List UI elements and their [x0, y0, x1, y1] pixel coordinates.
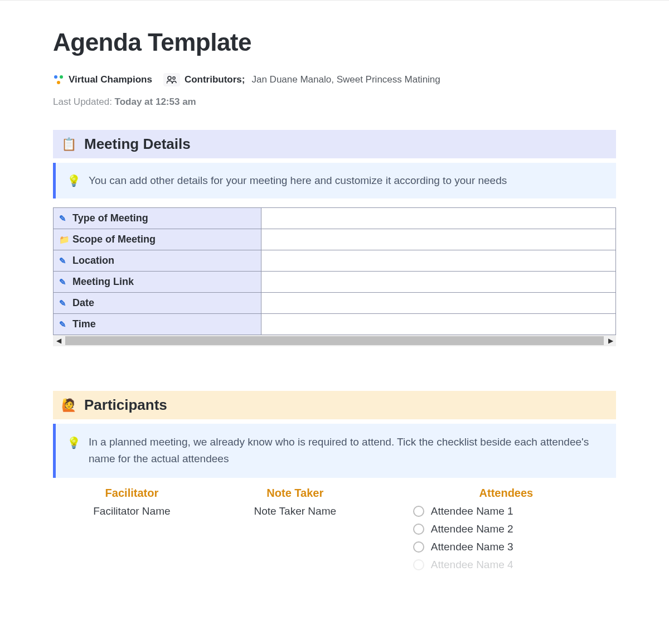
attendee-item: Attendee Name 2: [413, 523, 513, 535]
meeting-tip-text: You can add other details for your meeti…: [89, 172, 507, 189]
participants-header: 🙋 Participants: [53, 391, 616, 419]
attendee-checkbox[interactable]: [413, 559, 424, 570]
bulb-icon: 💡: [67, 434, 81, 452]
attendee-checkbox[interactable]: [413, 524, 424, 535]
facilitator-heading: Facilitator: [105, 487, 159, 500]
last-updated: Last Updated: Today at 12:53 am: [53, 96, 616, 108]
attendees-heading: Attendees: [479, 487, 534, 500]
participants-tip-callout: 💡 In a planned meeting, we already know …: [53, 424, 616, 478]
meta-row: Virtual Champions Contributors; Jan Duan…: [53, 73, 616, 86]
folder-icon: 📁: [59, 235, 69, 245]
organization-chip[interactable]: Virtual Champions: [53, 74, 152, 85]
pencil-icon: ✎: [59, 319, 69, 330]
svg-point-1: [173, 77, 175, 79]
table-label-cell: 📁Scope of Meeting: [54, 229, 261, 250]
table-label-cell: ✎Type of Meeting: [54, 208, 261, 229]
table-value-cell[interactable]: [261, 314, 616, 335]
table-row: ✎Meeting Link: [54, 272, 616, 293]
meeting-details-table: ✎Type of Meeting📁Scope of Meeting✎Locati…: [53, 207, 616, 335]
contributors-chip[interactable]: Contributors; Jan Duane Manalo, Sweet Pr…: [163, 73, 440, 86]
row-label: Type of Meeting: [72, 212, 148, 224]
participants-title: Participants: [84, 396, 167, 414]
last-updated-label: Last Updated:: [53, 96, 112, 107]
row-label: Time: [72, 318, 96, 330]
table-value-cell[interactable]: [261, 293, 616, 314]
attendee-name[interactable]: Attendee Name 3: [431, 541, 513, 553]
contributors-value: Jan Duane Manalo, Sweet Princess Matinin…: [251, 74, 440, 85]
organization-name: Virtual Champions: [69, 74, 152, 85]
clipboard-icon: 📋: [61, 137, 76, 152]
roles-row: Facilitator Facilitator Name Note Taker …: [53, 487, 616, 577]
participants-section: 🙋 Participants 💡 In a planned meeting, w…: [53, 391, 616, 577]
pencil-icon: ✎: [59, 298, 69, 308]
table-row: ✎Location: [54, 250, 616, 272]
attendee-name[interactable]: Attendee Name 4: [431, 559, 513, 571]
page-container: Agenda Template Virtual Champions Contri…: [0, 1, 669, 593]
table-row: ✎Type of Meeting: [54, 208, 616, 229]
table-label-cell: ✎Meeting Link: [54, 272, 261, 293]
attendee-checkbox[interactable]: [413, 506, 424, 517]
pencil-icon: ✎: [59, 277, 69, 287]
row-label: Location: [72, 255, 114, 266]
attendees-column: Attendees Attendee Name 1Attendee Name 2…: [380, 487, 616, 577]
table-value-cell[interactable]: [261, 272, 616, 293]
row-label: Meeting Link: [72, 276, 134, 287]
table-row: ✎Date: [54, 293, 616, 314]
meeting-tip-callout: 💡 You can add other details for your mee…: [53, 163, 616, 198]
meeting-details-title: Meeting Details: [84, 135, 191, 153]
scroll-right-arrow-icon[interactable]: ▶: [605, 335, 616, 346]
svg-point-0: [168, 76, 171, 80]
attendee-name[interactable]: Attendee Name 1: [431, 505, 513, 517]
facilitator-name[interactable]: Facilitator Name: [93, 505, 170, 517]
pencil-icon: ✎: [59, 214, 69, 224]
note-taker-name[interactable]: Note Taker Name: [254, 505, 337, 517]
contributors-icon: [163, 73, 180, 86]
pencil-icon: ✎: [59, 256, 69, 266]
attendee-item: Attendee Name 4: [413, 559, 513, 571]
participants-tip-text: In a planned meeting, we already know wh…: [89, 434, 605, 468]
table-row: 📁Scope of Meeting: [54, 229, 616, 250]
contributors-label: Contributors;: [185, 74, 245, 85]
table-label-cell: ✎Time: [54, 314, 261, 335]
table-row: ✎Time: [54, 314, 616, 335]
table-label-cell: ✎Location: [54, 250, 261, 272]
row-label: Date: [72, 297, 94, 308]
attendee-item: Attendee Name 3: [413, 541, 513, 553]
table-value-cell[interactable]: [261, 208, 616, 229]
attendee-name[interactable]: Attendee Name 2: [431, 523, 513, 535]
row-label: Scope of Meeting: [72, 234, 156, 245]
page-title: Agenda Template: [53, 28, 616, 56]
raising-hand-icon: 🙋: [61, 398, 76, 413]
last-updated-value: Today at 12:53 am: [115, 96, 196, 107]
note-taker-heading: Note Taker: [266, 487, 323, 500]
bulb-icon: 💡: [67, 172, 81, 190]
meeting-details-header: 📋 Meeting Details: [53, 130, 616, 158]
attendee-checkbox[interactable]: [413, 541, 424, 553]
table-value-cell[interactable]: [261, 229, 616, 250]
brand-icon: [53, 74, 64, 85]
attendee-item: Attendee Name 1: [413, 505, 513, 517]
scroll-track[interactable]: [65, 336, 604, 345]
scroll-left-arrow-icon[interactable]: ◀: [53, 335, 64, 346]
horizontal-scrollbar[interactable]: ◀ ▶: [53, 335, 616, 346]
note-taker-column: Note Taker Note Taker Name: [211, 487, 380, 577]
facilitator-column: Facilitator Facilitator Name: [53, 487, 211, 577]
table-label-cell: ✎Date: [54, 293, 261, 314]
table-value-cell[interactable]: [261, 250, 616, 272]
